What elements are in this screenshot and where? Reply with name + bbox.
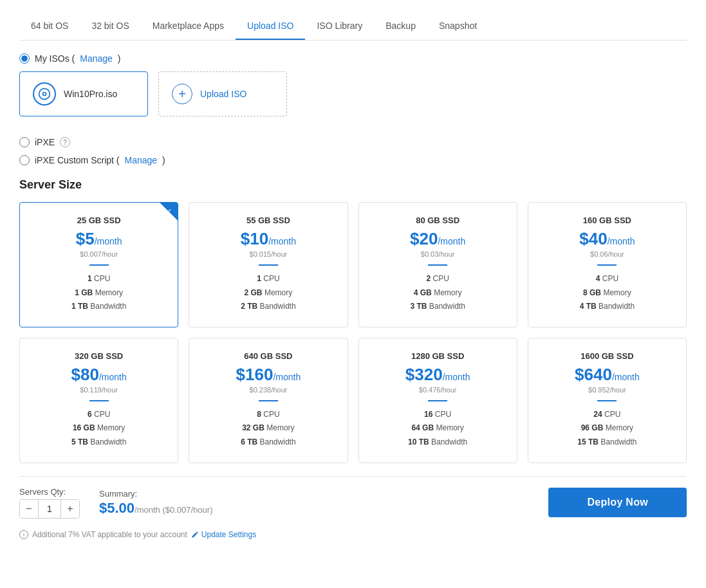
plan-card-plan-160[interactable]: 160 GB SSD $40/month $0.06/hour 4 CPU 8 … [528, 202, 687, 327]
ipxe-label: iPXE [35, 137, 55, 147]
tab-upload-iso[interactable]: Upload ISO [236, 13, 305, 40]
plan-bandwidth: 3 TB Bandwidth [369, 300, 506, 314]
plan-memory: 1 GB Memory [30, 286, 167, 300]
summary-unit: /month ($0.007/hour) [135, 505, 212, 515]
plan-specs: 2 CPU 4 GB Memory 3 TB Bandwidth [369, 272, 506, 314]
plan-price: $40/month [539, 229, 676, 249]
plan-cpu: 1 CPU [200, 272, 337, 286]
vat-info-icon: i [19, 530, 28, 539]
plan-bandwidth: 5 TB Bandwidth [30, 436, 167, 450]
my-isos-option[interactable]: My ISOs (Manage) [19, 53, 687, 64]
qty-decrease-button[interactable]: − [20, 500, 38, 518]
plan-memory: 4 GB Memory [369, 286, 506, 300]
tab-marketplace[interactable]: Marketplace Apps [141, 13, 236, 40]
plan-specs: 1 CPU 2 GB Memory 2 TB Bandwidth [200, 272, 337, 314]
ipxe-custom-radio[interactable] [19, 155, 30, 165]
plan-price: $20/month [369, 229, 506, 249]
deploy-now-button[interactable]: Deploy Now [548, 488, 687, 517]
plan-specs: 24 CPU 96 GB Memory 15 TB Bandwidth [539, 408, 676, 450]
plan-storage: 160 GB SSD [539, 216, 676, 225]
qty-control: − 1 + [19, 499, 80, 519]
plan-hourly: $0.007/hour [30, 250, 167, 258]
plan-hourly: $0.952/hour [539, 386, 676, 394]
qty-section: Servers Qty: − 1 + [19, 487, 80, 519]
ipxe-custom-option[interactable]: iPXE Custom Script (Manage) [19, 155, 687, 165]
bottom-bar: Servers Qty: − 1 + Summary: $5.00/month … [19, 476, 687, 525]
update-settings-link[interactable]: Update Settings [191, 530, 256, 539]
plan-storage: 80 GB SSD [369, 216, 506, 225]
plan-card-plan-1600[interactable]: 1600 GB SSD $640/month $0.952/hour 24 CP… [528, 338, 687, 463]
plan-divider [597, 264, 617, 266]
plan-specs: 4 CPU 8 GB Memory 4 TB Bandwidth [539, 272, 676, 314]
plan-card-plan-1280[interactable]: 1280 GB SSD $320/month $0.476/hour 16 CP… [358, 338, 517, 463]
plan-storage: 25 GB SSD [30, 216, 167, 225]
plan-card-plan-640[interactable]: 640 GB SSD $160/month $0.238/hour 8 CPU … [189, 338, 348, 463]
server-size-title: Server Size [19, 178, 687, 192]
plan-divider [259, 400, 278, 401]
plan-cpu: 16 CPU [369, 408, 506, 422]
plan-price-unit: /month [268, 236, 296, 246]
plan-hourly: $0.03/hour [369, 250, 506, 258]
plan-storage: 320 GB SSD [30, 351, 167, 361]
ipxe-help-icon[interactable]: ? [60, 137, 70, 147]
plan-cpu: 1 CPU [30, 272, 167, 286]
tab-snapshot[interactable]: Snapshot [427, 13, 488, 40]
plan-storage: 640 GB SSD [200, 351, 337, 361]
plan-specs: 1 CPU 1 GB Memory 1 TB Bandwidth [30, 272, 167, 314]
plan-cpu: 4 CPU [539, 272, 676, 286]
tab-64bit[interactable]: 64 bit OS [19, 13, 80, 40]
ipxe-custom-manage-link[interactable]: Manage [124, 155, 157, 165]
plan-bandwidth: 10 TB Bandwidth [369, 436, 506, 450]
iso-card-win10[interactable]: Win10Pro.iso [19, 71, 148, 116]
iso-cards-container: Win10Pro.iso + Upload ISO [19, 71, 687, 116]
ipxe-radio[interactable] [19, 137, 30, 147]
summary-price: $5.00 [99, 500, 135, 516]
plan-memory: 16 GB Memory [30, 421, 167, 436]
plan-cpu: 2 CPU [369, 272, 506, 286]
plan-price: $10/month [200, 229, 337, 249]
my-isos-label: My ISOs ( [35, 53, 75, 64]
plan-price: $320/month [369, 365, 506, 385]
tab-iso-library[interactable]: ISO Library [305, 13, 374, 40]
plan-hourly: $0.06/hour [539, 250, 676, 258]
my-isos-manage-link[interactable]: Manage [80, 53, 113, 64]
plan-divider [428, 264, 447, 266]
plan-bandwidth: 2 TB Bandwidth [200, 300, 337, 314]
plan-hourly: $0.238/hour [200, 386, 337, 394]
plan-memory: 32 GB Memory [200, 421, 337, 436]
plan-price: $5/month [30, 229, 167, 249]
plan-memory: 8 GB Memory [539, 286, 676, 300]
plan-storage: 1280 GB SSD [369, 351, 506, 361]
upload-iso-label: Upload ISO [200, 89, 246, 99]
plan-bandwidth: 1 TB Bandwidth [30, 300, 167, 314]
tab-backup[interactable]: Backup [374, 13, 427, 40]
my-isos-radio[interactable] [19, 53, 30, 64]
plan-card-plan-80[interactable]: 80 GB SSD $20/month $0.03/hour 2 CPU 4 G… [358, 202, 517, 327]
plan-divider [89, 400, 109, 401]
qty-increase-button[interactable]: + [61, 500, 79, 518]
plans-grid: ✓ 25 GB SSD $5/month $0.007/hour 1 CPU 1… [19, 202, 687, 463]
tab-32bit[interactable]: 32 bit OS [80, 13, 140, 40]
plan-card-plan-55[interactable]: 55 GB SSD $10/month $0.015/hour 1 CPU 2 … [189, 202, 348, 327]
plan-memory: 2 GB Memory [200, 286, 337, 300]
plan-price: $160/month [200, 365, 337, 385]
plan-bandwidth: 6 TB Bandwidth [200, 436, 337, 450]
plan-price-amount: $160 [236, 365, 274, 384]
plan-cpu: 24 CPU [539, 408, 676, 422]
plan-bandwidth: 15 TB Bandwidth [539, 436, 676, 450]
plan-price-amount: $40 [579, 229, 607, 248]
upload-iso-card[interactable]: + Upload ISO [158, 71, 287, 116]
plan-price-unit: /month [443, 372, 470, 382]
plan-card-plan-320[interactable]: 320 GB SSD $80/month $0.119/hour 6 CPU 1… [19, 338, 178, 463]
svg-point-1 [43, 93, 46, 96]
plan-price-amount: $10 [241, 229, 268, 248]
qty-label: Servers Qty: [19, 487, 80, 497]
plan-cpu: 6 CPU [30, 408, 167, 422]
plan-card-plan-25[interactable]: ✓ 25 GB SSD $5/month $0.007/hour 1 CPU 1… [19, 202, 178, 327]
plan-price-unit: /month [99, 372, 127, 382]
iso-filename: Win10Pro.iso [64, 89, 117, 99]
ipxe-option[interactable]: iPXE ? [19, 137, 687, 147]
plan-price-amount: $80 [71, 365, 99, 384]
plan-hourly: $0.476/hour [369, 386, 506, 394]
ipxe-custom-label: iPXE Custom Script ( [35, 155, 119, 165]
